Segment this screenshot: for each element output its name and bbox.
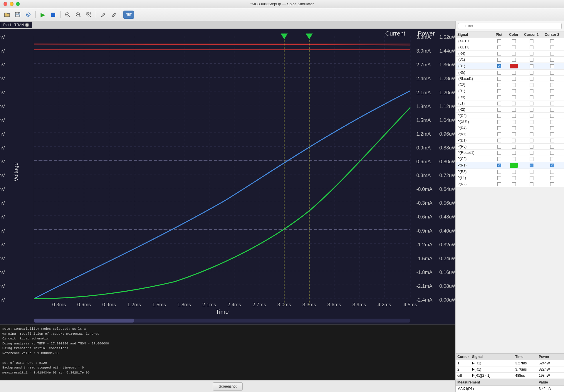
cursor1-checkbox[interactable]	[521, 182, 542, 186]
signal-row[interactable]: P(C4)	[456, 113, 564, 119]
cursor1-checkbox[interactable]	[521, 126, 542, 130]
plot-checkbox[interactable]	[492, 164, 506, 167]
filter-input[interactable]	[458, 23, 562, 29]
cursor1-checkbox[interactable]	[521, 64, 542, 68]
tab-close-btn[interactable]: ✕	[25, 23, 29, 27]
plot-checkbox[interactable]	[492, 126, 506, 130]
draw-btn[interactable]	[98, 10, 108, 19]
plot-area[interactable]: 152mV 144mV 136mV 128mV 120mV 112mV 104m…	[0, 29, 455, 324]
cursor1-checkbox[interactable]	[521, 58, 542, 62]
cursor2-checkbox[interactable]	[542, 46, 562, 49]
plot-checkbox[interactable]	[492, 64, 506, 68]
cursor2-checkbox[interactable]	[542, 157, 562, 161]
cursor1-checkbox[interactable]	[521, 108, 542, 112]
cursor1-checkbox[interactable]	[521, 164, 542, 167]
run-btn[interactable]: ▶	[38, 10, 47, 19]
cursor2-checkbox[interactable]	[542, 83, 562, 87]
plot-checkbox[interactable]	[492, 95, 506, 99]
cursor2-checkbox[interactable]	[542, 139, 562, 142]
cursor2-checkbox[interactable]	[542, 39, 562, 43]
signal-row[interactable]: P(XU1)	[456, 119, 564, 125]
cursor2-checkbox[interactable]	[542, 114, 562, 118]
cursor2-checkbox[interactable]	[542, 151, 562, 155]
plot-checkbox[interactable]	[492, 132, 506, 136]
plot-checkbox[interactable]	[492, 71, 506, 75]
cursor2-checkbox[interactable]	[542, 64, 562, 68]
plot-checkbox[interactable]	[492, 120, 506, 124]
zoom-fit-btn[interactable]	[84, 10, 93, 19]
screenshot-button[interactable]: Screenshot	[213, 382, 243, 391]
signal-row[interactable]: P(D1)	[456, 137, 564, 144]
cursor2-checkbox[interactable]	[542, 182, 562, 186]
cursor1-checkbox[interactable]	[521, 77, 542, 81]
save-btn[interactable]	[13, 10, 22, 19]
signal-row[interactable]: I(L1)	[456, 100, 564, 107]
signal-row[interactable]: P(L1)	[456, 175, 564, 181]
plot-checkbox[interactable]	[492, 145, 506, 149]
zoom-out-btn[interactable]	[63, 10, 72, 19]
maximize-button[interactable]	[16, 2, 20, 6]
plot-checkbox[interactable]	[492, 39, 506, 43]
plot-checkbox[interactable]	[492, 139, 506, 142]
plot-checkbox[interactable]	[492, 157, 506, 161]
signal-row[interactable]: P(R2)	[456, 181, 564, 187]
cursor1-checkbox[interactable]	[521, 89, 542, 93]
signal-row[interactable]: I(C2)	[456, 82, 564, 88]
cursor2-checkbox[interactable]	[542, 52, 562, 55]
signal-row[interactable]: P(R4)	[456, 125, 564, 131]
cursor2-checkbox[interactable]	[542, 126, 562, 130]
signal-row[interactable]: P(C2)	[456, 156, 564, 162]
cursor1-checkbox[interactable]	[521, 176, 542, 180]
cursor1-checkbox[interactable]	[521, 95, 542, 99]
cursor1-checkbox[interactable]	[521, 132, 542, 136]
signal-row[interactable]: I(RLoad1)	[456, 76, 564, 82]
cursor1-checkbox[interactable]	[521, 139, 542, 142]
open-folder-btn[interactable]	[2, 10, 12, 19]
signal-row[interactable]: I(R5)	[456, 70, 564, 76]
cursor1-checkbox[interactable]	[521, 170, 542, 174]
signal-row[interactable]: I(XU1:7)	[456, 38, 564, 44]
net-btn[interactable]: NET	[123, 11, 134, 19]
signal-row[interactable]: I(R3)	[456, 94, 564, 100]
pencil-btn[interactable]	[109, 10, 118, 19]
signal-row[interactable]: I(R4)	[456, 51, 564, 57]
plot-checkbox[interactable]	[492, 102, 506, 105]
signal-row[interactable]: P(R5)	[456, 144, 564, 150]
signal-row[interactable]: I(R1)	[456, 88, 564, 94]
signal-row[interactable]: I(XU1:8)	[456, 44, 564, 51]
cursor2-checkbox[interactable]	[542, 120, 562, 124]
cursor2-checkbox[interactable]	[542, 132, 562, 136]
plot-checkbox[interactable]	[492, 151, 506, 155]
plot-checkbox[interactable]	[492, 58, 506, 62]
cursor2-checkbox[interactable]	[542, 108, 562, 112]
plot-tab[interactable]: Plot1 - TRAN ✕	[0, 21, 32, 28]
plot-checkbox[interactable]	[492, 77, 506, 81]
cursor1-checkbox[interactable]	[521, 145, 542, 149]
cursor2-checkbox[interactable]	[542, 95, 562, 99]
cursor1-checkbox[interactable]	[521, 83, 542, 87]
plot-checkbox[interactable]	[492, 114, 506, 118]
signal-row[interactable]: P(R1)	[456, 162, 564, 169]
cursor1-checkbox[interactable]	[521, 39, 542, 43]
cursor1-checkbox[interactable]	[521, 52, 542, 55]
signal-row[interactable]: I(R2)	[456, 107, 564, 113]
cursor1-checkbox[interactable]	[521, 46, 542, 49]
signal-row[interactable]: P(V1)	[456, 131, 564, 137]
settings-btn[interactable]	[24, 10, 33, 19]
signal-row[interactable]: I(V1)	[456, 57, 564, 63]
cursor2-checkbox[interactable]	[542, 145, 562, 149]
plot-checkbox[interactable]	[492, 176, 506, 180]
cursor2-checkbox[interactable]	[542, 71, 562, 75]
cursor2-checkbox[interactable]	[542, 164, 562, 167]
cursor2-checkbox[interactable]	[542, 58, 562, 62]
cursor1-checkbox[interactable]	[521, 71, 542, 75]
plot-checkbox[interactable]	[492, 108, 506, 112]
cursor2-checkbox[interactable]	[542, 170, 562, 174]
cursor1-checkbox[interactable]	[521, 102, 542, 105]
cursor2-checkbox[interactable]	[542, 77, 562, 81]
plot-checkbox[interactable]	[492, 170, 506, 174]
signal-row[interactable]: P(RLoad1)	[456, 150, 564, 156]
cursor2-checkbox[interactable]	[542, 102, 562, 105]
cursor1-checkbox[interactable]	[521, 120, 542, 124]
cursor2-checkbox[interactable]	[542, 176, 562, 180]
